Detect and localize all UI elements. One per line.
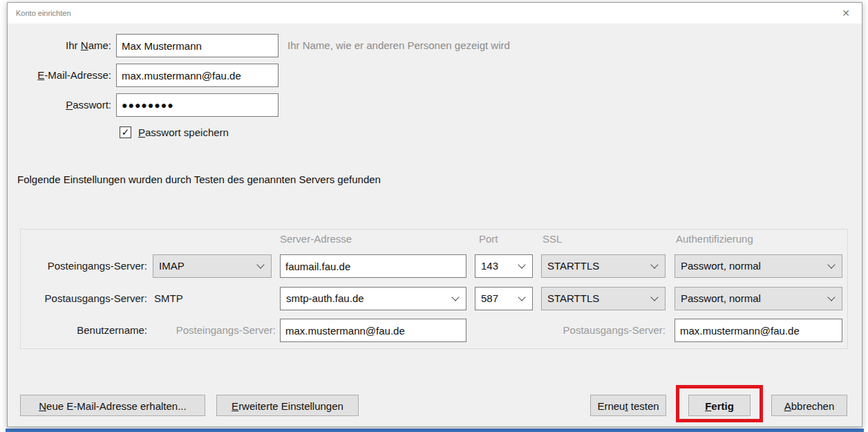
outgoing-address-combo[interactable]: smtp-auth.fau.de — [280, 287, 466, 310]
column-header-server-address: Server-Adresse — [280, 234, 352, 245]
incoming-ssl-select[interactable]: STARTTLS — [541, 254, 666, 278]
username-outgoing-label: Postausgangs-Server: — [541, 319, 666, 342]
checkmark-icon: ✓ — [120, 127, 131, 137]
desktop-background: Konto einrichten ✕ Ihr Name: Ihr Name, w… — [0, 0, 868, 432]
column-header-auth: Authentifizierung — [676, 234, 753, 245]
dialog-title: Konto einrichten — [16, 3, 71, 24]
username-label: Benutzername: — [8, 319, 147, 342]
email-input[interactable] — [116, 64, 279, 87]
detection-status-text: Folgende Einstellungen wurden durch Test… — [17, 173, 381, 185]
name-label: Ihr Name: — [8, 34, 111, 57]
password-input[interactable] — [116, 93, 279, 117]
outgoing-auth-select[interactable]: Passwort, normal — [674, 287, 842, 310]
outgoing-ssl-select[interactable]: STARTTLS — [541, 287, 666, 310]
close-icon[interactable]: ✕ — [838, 3, 853, 24]
cancel-button[interactable]: Abbrechen — [771, 395, 847, 416]
outgoing-port-combo[interactable]: 587 — [475, 287, 533, 310]
background-window-edge — [6, 429, 864, 432]
email-label: E-Mail-Adresse: — [8, 64, 111, 87]
advanced-settings-button[interactable]: Erweiterte Einstellungen — [216, 395, 359, 416]
name-hint: Ihr Name, wie er anderen Personen gezeig… — [287, 34, 510, 57]
save-password-checkbox[interactable]: ✓ — [120, 126, 131, 138]
incoming-port-combo[interactable]: 143 — [475, 254, 533, 278]
outgoing-server-label: Postausgangs-Server: — [8, 287, 147, 310]
account-setup-dialog: Konto einrichten ✕ Ihr Name: Ihr Name, w… — [7, 2, 862, 427]
username-incoming-label: Posteingangs-Server: — [153, 319, 276, 342]
username-incoming-input[interactable] — [280, 319, 466, 342]
outgoing-protocol-text: SMTP — [154, 287, 183, 310]
name-input[interactable] — [116, 34, 279, 57]
column-header-port: Port — [479, 234, 498, 245]
password-label: Passwort: — [8, 93, 111, 117]
username-outgoing-input[interactable] — [674, 319, 842, 342]
save-password-label[interactable]: Passwort speichern — [138, 125, 229, 140]
incoming-protocol-select[interactable]: IMAP — [153, 254, 272, 278]
incoming-address-input[interactable] — [280, 254, 466, 278]
column-header-ssl: SSL — [542, 234, 562, 245]
retest-button[interactable]: Erneut testen — [590, 395, 666, 416]
incoming-auth-select[interactable]: Passwort, normal — [674, 254, 842, 278]
incoming-server-label: Posteingangs-Server: — [8, 254, 147, 278]
dialog-titlebar[interactable]: Konto einrichten ✕ — [8, 3, 862, 24]
done-button[interactable]: Fertig — [688, 395, 751, 416]
get-new-address-button[interactable]: Neue E-Mail-Adresse erhalten... — [20, 395, 205, 416]
